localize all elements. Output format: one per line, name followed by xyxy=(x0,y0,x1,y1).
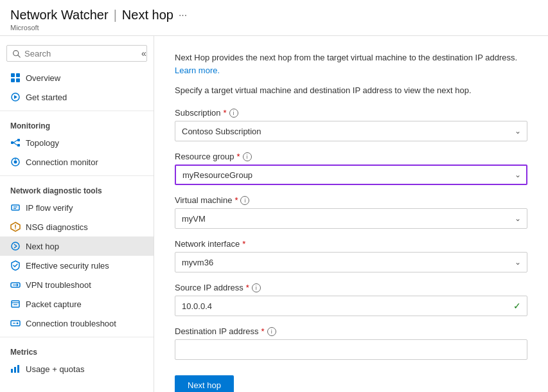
sourceip-info-icon[interactable]: i xyxy=(252,283,261,292)
conntrouble-icon xyxy=(10,318,21,328)
subscription-info-icon[interactable]: i xyxy=(229,109,238,118)
sidebar: « Overview Get started xyxy=(0,36,154,392)
app-title: Network Watcher xyxy=(10,8,109,22)
svg-line-11 xyxy=(13,140,17,143)
destip-input[interactable] xyxy=(175,339,527,360)
destip-input-wrapper xyxy=(175,339,527,360)
packet-icon xyxy=(10,299,21,309)
svg-rect-16 xyxy=(12,205,19,210)
svg-point-22 xyxy=(12,242,19,250)
conntrouble-label: Connection troubleshoot xyxy=(26,319,116,328)
netdiag-section: Network diagnostic tools xyxy=(0,180,154,198)
svg-rect-9 xyxy=(17,139,20,141)
page-header: Network Watcher | Next hop ··· Microsoft xyxy=(0,0,548,36)
collapse-icon[interactable]: « xyxy=(141,48,146,58)
subscription-label: Subscription * i xyxy=(175,108,527,118)
sourceip-select[interactable]: 10.0.0.4 xyxy=(175,296,527,316)
usage-icon xyxy=(10,364,21,374)
connmonitor-icon xyxy=(10,157,21,167)
svg-rect-2 xyxy=(11,73,15,77)
svg-marker-7 xyxy=(14,95,17,99)
subscription-required: * xyxy=(224,108,227,118)
nsg-label: NSG diagnostics xyxy=(26,222,88,232)
resourcegroup-select[interactable]: myResourceGroup xyxy=(175,165,527,185)
topology-label: Topology xyxy=(26,138,59,148)
sidebar-item-packet[interactable]: Packet capture xyxy=(0,294,154,314)
svg-point-21 xyxy=(15,228,16,229)
packet-label: Packet capture xyxy=(26,299,82,309)
nsg-icon xyxy=(10,222,21,232)
sidebar-item-ipflow[interactable]: IP flow verify xyxy=(0,198,154,217)
sidebar-item-conntrouble[interactable]: Connection troubleshoot xyxy=(0,314,154,333)
svg-line-1 xyxy=(18,55,20,57)
subscription-group: Subscription * i Contoso Subscription ⌄ xyxy=(175,108,527,141)
overview-label: Overview xyxy=(26,73,60,83)
sidebar-item-getstarted[interactable]: Get started xyxy=(0,87,154,107)
sidebar-item-nsg[interactable]: NSG diagnostics xyxy=(0,217,154,236)
divider-2 xyxy=(0,175,154,176)
learn-more-link[interactable]: Learn more. xyxy=(175,66,220,75)
nexthop-label: Next hop xyxy=(26,242,59,251)
content-subtitle: Specify a target virtual machine and des… xyxy=(175,85,527,95)
sourceip-group: Source IP address * i 10.0.0.4 ✓ xyxy=(175,283,527,316)
connmonitor-label: Connection monitor xyxy=(26,157,98,167)
monitoring-section: Monitoring xyxy=(0,115,154,133)
netinterface-select-wrapper: myvm36 ⌄ xyxy=(175,252,527,272)
netinterface-required: * xyxy=(242,239,245,249)
overview-icon xyxy=(10,73,21,83)
search-container: « xyxy=(6,45,147,62)
vm-info-icon[interactable]: i xyxy=(240,196,249,205)
vm-group: Virtual machine * i myVM ⌄ xyxy=(175,195,527,229)
sidebar-item-usage[interactable]: Usage + quotas xyxy=(0,359,154,379)
more-options-icon[interactable]: ··· xyxy=(179,10,187,21)
subscription-select[interactable]: Contoso Subscription xyxy=(175,121,527,141)
content-description: Next Hop provides the next hop from the … xyxy=(175,51,527,76)
getstarted-icon xyxy=(10,92,21,102)
sidebar-item-vpn[interactable]: VPN troubleshoot xyxy=(0,275,154,294)
svg-point-14 xyxy=(14,161,17,164)
svg-rect-8 xyxy=(11,141,13,144)
netinterface-group: Network interface * myvm36 ⌄ xyxy=(175,239,527,272)
svg-rect-10 xyxy=(17,144,20,147)
main-content: Next Hop provides the next hop from the … xyxy=(154,36,548,392)
app-subtitle: Microsoft xyxy=(10,24,538,31)
destip-info-icon[interactable]: i xyxy=(267,327,276,336)
vpn-icon xyxy=(10,280,21,290)
svg-rect-31 xyxy=(11,369,13,373)
svg-line-12 xyxy=(13,143,17,145)
netinterface-label: Network interface * xyxy=(175,239,527,249)
svg-rect-4 xyxy=(11,78,15,82)
topology-icon xyxy=(10,138,21,148)
sourceip-select-wrapper: 10.0.0.4 ✓ xyxy=(175,296,527,316)
resourcegroup-group: Resource group * i myResourceGroup ⌄ xyxy=(175,152,527,185)
netinterface-select[interactable]: myvm36 xyxy=(175,252,527,272)
sidebar-item-overview[interactable]: Overview xyxy=(0,68,154,87)
getstarted-label: Get started xyxy=(26,93,67,102)
description-text: Next Hop provides the next hop from the … xyxy=(175,53,517,62)
resourcegroup-info-icon[interactable]: i xyxy=(243,152,252,161)
search-input[interactable] xyxy=(24,49,132,58)
ipflow-icon xyxy=(10,202,21,213)
destip-label: Destination IP address * i xyxy=(175,326,527,336)
page-name: Next hop xyxy=(122,8,173,22)
effsec-icon xyxy=(10,260,21,271)
nexthop-submit-button[interactable]: Next hop xyxy=(175,375,234,392)
svg-rect-25 xyxy=(12,301,19,307)
sidebar-item-connmonitor[interactable]: Connection monitor xyxy=(0,152,154,172)
resourcegroup-required: * xyxy=(237,152,240,161)
divider-3 xyxy=(0,337,154,337)
nexthop-icon xyxy=(10,241,21,251)
resourcegroup-select-wrapper: myResourceGroup ⌄ xyxy=(175,165,527,185)
vm-required: * xyxy=(234,195,238,205)
svg-rect-3 xyxy=(16,73,20,77)
svg-rect-32 xyxy=(14,367,16,373)
vm-select[interactable]: myVM xyxy=(175,208,527,229)
sidebar-item-topology[interactable]: Topology xyxy=(0,133,154,152)
svg-rect-33 xyxy=(17,365,19,373)
sidebar-item-effsec[interactable]: Effective security rules xyxy=(0,256,154,275)
sourceip-label: Source IP address * i xyxy=(175,283,527,292)
title-separator: | xyxy=(114,8,117,22)
sourceip-required: * xyxy=(246,283,249,292)
effsec-label: Effective security rules xyxy=(26,261,109,271)
sidebar-item-nexthop[interactable]: Next hop xyxy=(0,236,154,256)
